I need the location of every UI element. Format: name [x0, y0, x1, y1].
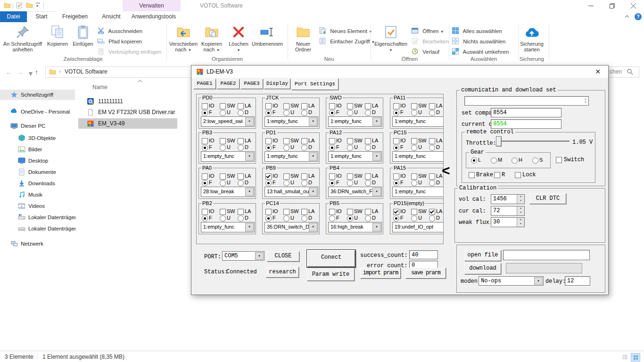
close-button[interactable] [623, 0, 644, 11]
dropdown-arrow-icon[interactable]: ▼ [255, 252, 264, 260]
dialog-titlebar[interactable]: M LD-EM-V3 ✕ [191, 66, 608, 78]
nav-history-caret-icon[interactable]: ▼ [27, 70, 34, 77]
io-checkbox[interactable] [393, 173, 399, 180]
la-checkbox[interactable] [429, 173, 435, 180]
copy-path-button[interactable]: w.. Pfad kopieren [97, 37, 142, 46]
comm-textbox[interactable]: ▲ ▼ [464, 96, 589, 106]
qat-customize-icon[interactable] [36, 3, 40, 3]
d-radio[interactable] [301, 145, 307, 151]
port-function-dropdown[interactable]: 1:empty_func ▼ [264, 151, 318, 162]
paste-shortcut-button[interactable]: Verknüpfung einfügen [97, 48, 161, 56]
sidebar-item-bilder[interactable]: Bilder [0, 144, 75, 155]
gear-radio-h[interactable] [512, 157, 518, 164]
throttle-slider-handle[interactable] [496, 136, 502, 147]
qat-folder-icon[interactable] [4, 2, 11, 9]
throttle-slider-track[interactable] [502, 140, 570, 142]
spinner-arrows-icon[interactable]: ▲▼ [517, 218, 524, 227]
collapse-arrow[interactable]: < [442, 164, 450, 178]
copy-button[interactable]: Kopieren [45, 24, 70, 58]
io-checkbox[interactable] [329, 138, 335, 144]
port-function-dropdown[interactable]: 1:empty_func ▼ [392, 187, 444, 197]
open-button[interactable]: Öffnen ▼ [411, 27, 444, 35]
io-checkbox[interactable] [393, 103, 399, 109]
dropdown-arrow-icon[interactable]: ▼ [245, 117, 254, 126]
sw-checkbox[interactable] [283, 173, 289, 180]
u-radio[interactable] [283, 145, 289, 151]
la-checkbox[interactable] [301, 103, 307, 109]
gear-radio-l[interactable] [471, 157, 477, 164]
la-checkbox[interactable] [301, 173, 307, 180]
invert-selection-button[interactable]: Auswahl umkehren [452, 48, 509, 56]
d-radio[interactable] [429, 215, 435, 222]
paste-button[interactable]: Einfügen [70, 24, 96, 58]
sidebar-item-netzwerk[interactable]: Netzwerk [0, 239, 75, 249]
d-radio[interactable] [238, 180, 244, 186]
u-radio[interactable] [220, 215, 226, 222]
d-radio[interactable] [365, 145, 371, 151]
select-none-button[interactable]: Nichts auswählen [452, 37, 505, 46]
la-checkbox[interactable] [301, 209, 307, 215]
gear-radio-m[interactable] [491, 157, 497, 164]
d-radio[interactable] [365, 110, 371, 116]
dropdown-arrow-icon[interactable]: ▼ [309, 152, 317, 161]
sidebar-item-lokaler-datentr-ger[interactable]: Lokaler Datenträger [0, 212, 75, 222]
dropdown-arrow-icon[interactable]: ▼ [309, 188, 317, 196]
open-file-button[interactable]: open file [464, 250, 501, 261]
tab-display[interactable]: Display [264, 79, 290, 89]
port-function-dropdown[interactable]: 1:empty_func ▼ [264, 116, 318, 127]
tab-page3[interactable]: PAGE3 [240, 79, 263, 89]
la-checkbox[interactable] [365, 103, 371, 109]
port-function-dropdown[interactable]: 1:empty_func ▼ [392, 116, 444, 127]
sw-checkbox[interactable] [347, 209, 353, 215]
connect-button[interactable]: Conect [307, 250, 355, 267]
dropdown-arrow-icon[interactable]: ▼ [534, 277, 543, 285]
sw-checkbox[interactable] [220, 103, 226, 109]
close-port-button[interactable]: CLOSE [267, 251, 299, 262]
d-radio[interactable] [365, 215, 371, 222]
port-function-dropdown[interactable]: 1:empty_func ▼ [201, 222, 255, 232]
ribbon-collapse-icon[interactable] [624, 14, 630, 19]
sidebar-item-lokaler-datentr-ger[interactable]: Lokaler Datenträger [0, 223, 75, 234]
spinner-arrows-icon[interactable]: ▲▼ [517, 195, 524, 204]
dropdown-arrow-icon[interactable]: ▼ [372, 223, 381, 231]
context-tab-header[interactable]: Verwalten [123, 0, 181, 11]
sw-checkbox[interactable] [220, 138, 226, 144]
save-param-button[interactable]: save prarm [405, 268, 446, 279]
io-checkbox[interactable] [393, 209, 399, 215]
sidebar-item-dieser-pc[interactable]: Dieser PC [0, 121, 75, 131]
d-radio[interactable] [429, 110, 435, 116]
sidebar-item-3d-objekte[interactable]: 3D-Objekte [0, 133, 75, 143]
io-checkbox[interactable] [265, 209, 272, 215]
port-function-dropdown[interactable]: 1:empty_func ▼ [201, 151, 255, 162]
port-function-dropdown[interactable]: 19:undef_IO_opt ▼ [392, 222, 444, 232]
la-checkbox[interactable] [365, 138, 371, 144]
io-checkbox[interactable] [202, 173, 208, 180]
u-radio[interactable] [411, 215, 417, 222]
pin-to-quickaccess-button[interactable]: An Schnellzugriff anheften [1, 24, 44, 58]
port-function-dropdown[interactable]: 28:low_break ▼ [201, 187, 255, 197]
f-radio[interactable] [393, 110, 399, 116]
tab-start[interactable]: Start [27, 11, 56, 23]
io-checkbox[interactable] [329, 209, 335, 215]
file-row[interactable]: M EM_V3-49 [78, 118, 177, 129]
sidebar-item-videos[interactable]: Videos [0, 201, 75, 211]
sidebar-item-musik[interactable]: Musik [0, 189, 75, 200]
la-checkbox[interactable] [365, 173, 371, 180]
copy-to-button[interactable]: Kopieren nach ▼ [198, 24, 225, 58]
f-radio[interactable] [329, 180, 335, 186]
tab-port-settings[interactable]: Port Settings [291, 78, 339, 90]
u-radio[interactable] [411, 110, 417, 116]
la-checkbox[interactable] [238, 209, 244, 215]
move-to-button[interactable]: Verschieben nach ▼ [169, 24, 198, 58]
d-radio[interactable] [301, 110, 307, 116]
tab-ansicht[interactable]: Ansicht [95, 11, 128, 22]
weak-flux-spinner[interactable]: 30▲▼ [491, 217, 525, 227]
u-radio[interactable] [347, 145, 353, 151]
port-function-dropdown[interactable]: 1:empty_func ▼ [328, 151, 382, 162]
sw-checkbox[interactable] [411, 103, 417, 109]
port-function-dropdown[interactable]: 36:DRN_switch_F ▼ [328, 187, 382, 197]
f-radio[interactable] [202, 215, 208, 222]
f-radio[interactable] [265, 110, 272, 116]
sw-checkbox[interactable] [411, 173, 417, 180]
d-radio[interactable] [238, 145, 244, 151]
